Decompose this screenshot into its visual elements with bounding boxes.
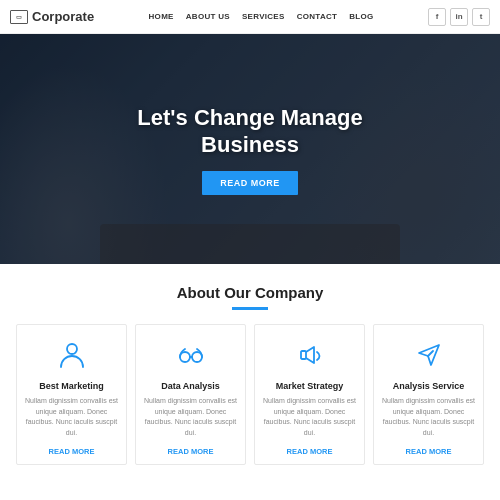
nav-home[interactable]: HOME [149, 12, 174, 21]
hero-section: Let's Change Manage Business READ MORE [0, 34, 500, 264]
social-facebook[interactable]: f [428, 8, 446, 26]
nav-contact[interactable]: CONTACT [297, 12, 338, 21]
social-twitter[interactable]: t [472, 8, 490, 26]
card-data-analysis: Data Analysis Nullam dignissim convallis… [135, 324, 246, 465]
nav-services[interactable]: SERVICES [242, 12, 285, 21]
nav-blog[interactable]: BLOG [349, 12, 373, 21]
card-analysis-service-link[interactable]: READ MORE [406, 447, 452, 456]
card-best-marketing: Best Marketing Nullam dignissim convalli… [16, 324, 127, 465]
card-market-strategy-text: Nullam dignissim convallis est unique al… [263, 396, 356, 438]
card-market-strategy: Market Strategy Nullam dignissim convall… [254, 324, 365, 465]
speaker-icon [263, 337, 356, 373]
hero-line2: Business [201, 132, 299, 157]
card-market-strategy-title: Market Strategy [263, 381, 356, 391]
svg-rect-3 [301, 351, 306, 359]
card-data-analysis-text: Nullam dignissim convallis est unique al… [144, 396, 237, 438]
hero-title: Let's Change Manage Business [137, 104, 362, 159]
svg-point-0 [67, 344, 77, 354]
hero-cta-button[interactable]: READ MORE [202, 171, 298, 195]
logo-icon: ▭ [10, 10, 28, 24]
card-analysis-service-title: Analysis Service [382, 381, 475, 391]
send-icon [382, 337, 475, 373]
card-best-marketing-link[interactable]: READ MORE [49, 447, 95, 456]
about-section: About Our Company Best Marketing Nullam … [0, 264, 500, 485]
card-market-strategy-link[interactable]: READ MORE [287, 447, 333, 456]
social-linkedin[interactable]: in [450, 8, 468, 26]
nav-about[interactable]: ABOUT US [186, 12, 230, 21]
hero-line1: Let's Change Manage [137, 105, 362, 130]
glasses-icon [144, 337, 237, 373]
card-data-analysis-link[interactable]: READ MORE [168, 447, 214, 456]
logo-text: Corporate [32, 9, 94, 24]
card-analysis-service-text: Nullam dignissim convallis est unique al… [382, 396, 475, 438]
hero-content: Let's Change Manage Business READ MORE [137, 104, 362, 195]
about-underline [232, 307, 268, 310]
card-best-marketing-title: Best Marketing [25, 381, 118, 391]
person-icon [25, 337, 118, 373]
header: ▭ Corporate HOME ABOUT US SERVICES CONTA… [0, 0, 500, 34]
card-analysis-service: Analysis Service Nullam dignissim conval… [373, 324, 484, 465]
card-best-marketing-text: Nullam dignissim convallis est unique al… [25, 396, 118, 438]
card-data-analysis-title: Data Analysis [144, 381, 237, 391]
about-title: About Our Company [10, 284, 490, 301]
logo[interactable]: ▭ Corporate [10, 9, 94, 24]
cards-row: Best Marketing Nullam dignissim convalli… [10, 324, 490, 475]
main-nav: HOME ABOUT US SERVICES CONTACT BLOG [149, 12, 374, 21]
social-icons: f in t [428, 8, 490, 26]
